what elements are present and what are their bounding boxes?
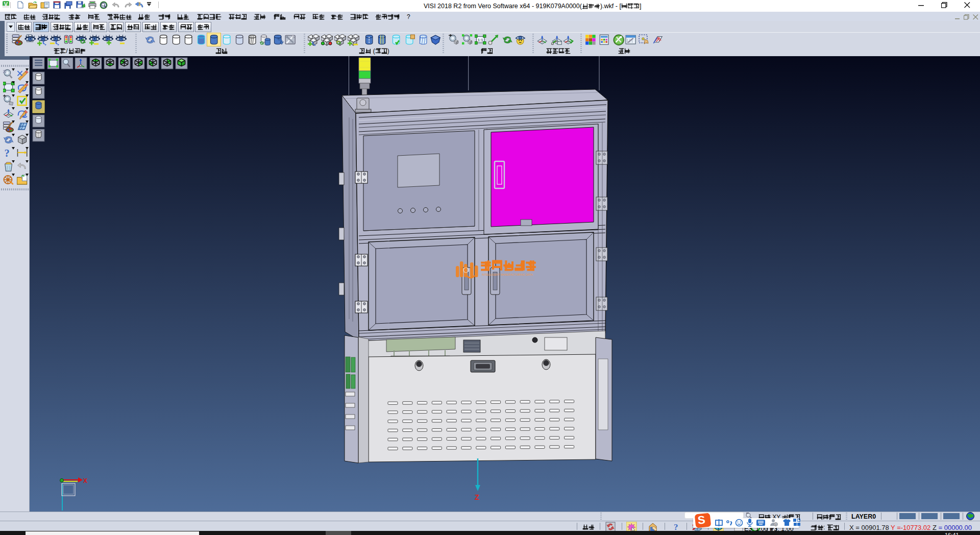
svg-text:X: X (83, 477, 87, 484)
svg-text:?: ? (5, 148, 10, 159)
svg-text:V: V (4, 1, 8, 7)
svg-text:INTELLIGENT MANUFACTURING DATA: INTELLIGENT MANUFACTURING DATA (482, 273, 533, 276)
svg-text:Z: Z (475, 493, 479, 501)
svg-text:1:1: 1:1 (478, 38, 483, 42)
